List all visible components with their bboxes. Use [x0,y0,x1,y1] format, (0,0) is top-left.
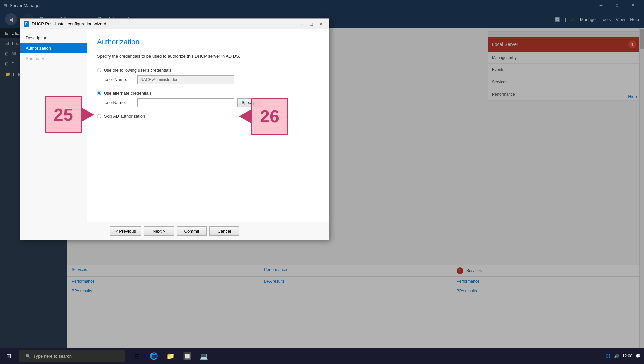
annotation-number-26: 26 [260,106,279,126]
alt-username-input[interactable] [137,98,234,107]
search-placeholder: Type here to search [33,354,72,359]
dialog-titlebar-buttons: ─ □ ✕ [297,20,326,28]
previous-button[interactable]: < Previous [110,226,141,236]
dialog-icon: D [24,21,29,27]
dialog-title: DHCP Post-Install configuration wizard [32,21,297,26]
username-label: User Name: [104,77,134,82]
notification-icon[interactable]: 💬 [636,354,641,358]
dialog-page-title: Authorization [97,38,319,46]
alt-username-label: UserName: [104,100,134,105]
nav-item-summary: Summary [20,53,87,63]
start-button[interactable]: ⊞ [0,348,17,364]
radio-user-creds-label: Use the following user's credentials [104,68,171,73]
taskbar-icons: ⊟ 🌐 📁 🔲 💻 [130,349,211,363]
cancel-button[interactable]: Cancel [209,226,239,236]
radio-label-alt-creds[interactable]: Use alternate credentials [97,91,319,96]
nav-item-authorization[interactable]: Authorization [20,43,87,53]
volume-icon: 🔊 [614,354,619,358]
annotation-25: 25 [45,96,82,133]
username-field-row: User Name: [104,75,319,84]
radio-user-creds[interactable] [97,68,101,72]
task-view-button[interactable]: ⊟ [130,349,144,363]
dialog-titlebar: D DHCP Post-Install configuration wizard… [20,19,329,29]
edge-button[interactable]: 🌐 [146,349,161,363]
commit-button[interactable]: Commit [177,226,207,236]
clock: 12:00 [622,354,632,358]
radio-alt-creds[interactable] [97,91,101,95]
radio-skip[interactable] [97,114,101,118]
annotation-25-arrow [82,108,94,121]
username-input[interactable] [137,75,234,84]
annotation-26-arrow [239,110,251,123]
dialog-minimize-button[interactable]: ─ [297,20,306,28]
taskbar-tray: 🌐 🔊 12:00 💬 [606,354,644,358]
next-button[interactable]: Next > [144,226,174,236]
explorer-button[interactable]: 📁 [163,349,178,363]
dialog-main-content: Authorization Specify the credentials to… [87,29,329,222]
dialog-description: Specify the credentials to be used to au… [97,53,319,60]
radio-skip-label: Skip AD authorization [104,114,145,119]
radio-option-user-creds: Use the following user's credentials Use… [97,68,319,84]
powershell-button[interactable]: 💻 [196,349,211,363]
server-manager-taskbar[interactable]: 🔲 [180,349,194,363]
network-icon: 🌐 [606,354,611,358]
annotation-26: 26 [251,98,288,135]
taskbar: ⊞ 🔍 Type here to search ⊟ 🌐 📁 🔲 💻 🌐 🔊 12… [0,348,644,364]
dialog-close-button[interactable]: ✕ [317,20,326,28]
nav-item-description[interactable]: Description [20,33,87,43]
dialog-footer: < Previous Next > Commit Cancel [20,222,329,240]
search-icon: 🔍 [25,354,31,359]
radio-alt-creds-label: Use alternate credentials [104,91,152,96]
annotation-number-25: 25 [54,105,73,125]
dialog-maximize-button[interactable]: □ [307,20,316,28]
taskbar-search[interactable]: 🔍 Type here to search [19,350,125,362]
radio-label-user-creds[interactable]: Use the following user's credentials [97,68,319,73]
